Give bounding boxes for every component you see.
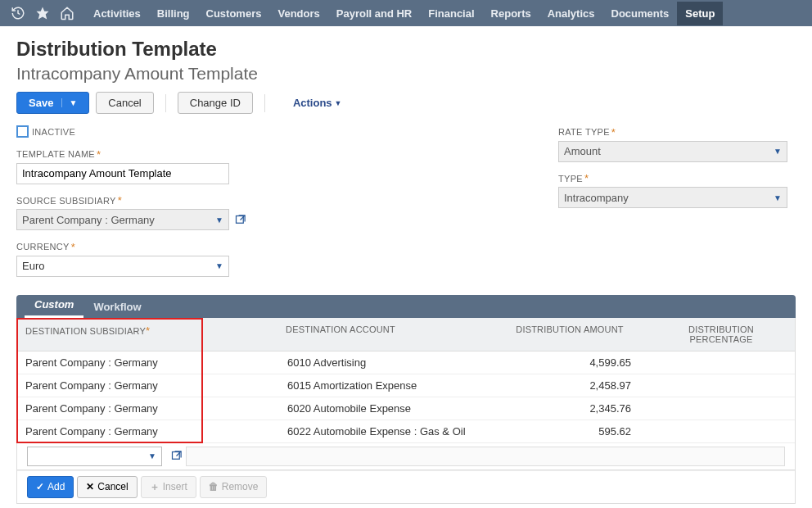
cancel-button[interactable]: Cancel	[96, 92, 153, 114]
cell-amount: 2,345.76	[500, 397, 647, 420]
actions-menu[interactable]: Actions ▼	[293, 97, 342, 109]
cell-subsidiary: Parent Company : Germany	[17, 374, 189, 397]
save-split-caret[interactable]: ▼	[61, 98, 77, 107]
nav-item-customers[interactable]: Customers	[198, 2, 270, 25]
home-icon[interactable]	[56, 2, 79, 25]
cell-account: 6020 Automobile Expense	[189, 397, 500, 420]
table-row[interactable]: Parent Company : Germany6010 Advertising…	[17, 352, 795, 374]
grid-entry-row: ▼	[17, 443, 795, 470]
cell-subsidiary: Parent Company : Germany	[17, 352, 189, 374]
plus-icon: ＋	[150, 480, 160, 494]
grid-button-bar: ✓ Add ✕ Cancel ＋ Insert 🗑 Remove	[17, 470, 795, 503]
cell-amount: 595.62	[500, 420, 647, 442]
table-row[interactable]: Parent Company : Germany6015 Amortizatio…	[17, 374, 795, 397]
popout-icon[interactable]	[170, 450, 183, 462]
cell-subsidiary: Parent Company : Germany	[17, 397, 189, 420]
page-title: Distribution Template	[16, 38, 796, 61]
popout-icon[interactable]	[234, 214, 246, 226]
entry-rest[interactable]	[186, 447, 785, 466]
currency-value: Euro	[22, 260, 44, 272]
chevron-down-icon: ▼	[774, 193, 782, 202]
tabs-bar: CustomWorkflow	[16, 295, 796, 318]
chevron-down-icon: ▼	[774, 147, 782, 156]
chevron-down-icon: ▼	[148, 451, 156, 460]
cell-amount: 2,458.97	[500, 374, 647, 397]
chevron-down-icon: ▼	[215, 215, 223, 225]
cell-percentage	[647, 420, 795, 442]
page-subtitle: Intracompany Amount Template	[16, 64, 796, 84]
grid-cancel-label: Cancel	[97, 481, 128, 492]
nav-item-vendors[interactable]: Vendors	[269, 2, 327, 25]
grid-cancel-button[interactable]: ✕ Cancel	[77, 476, 137, 498]
type-value: Intracompany	[564, 192, 629, 204]
svg-marker-0	[37, 7, 49, 20]
cell-account: 6010 Advertising	[189, 352, 500, 374]
check-icon: ✓	[36, 481, 44, 492]
col-header-amount: DISTRIBUTION AMOUNT	[500, 318, 647, 351]
grid-add-button[interactable]: ✓ Add	[27, 476, 74, 498]
actions-label: Actions	[293, 97, 332, 109]
chevron-down-icon: ▼	[215, 261, 223, 270]
cell-subsidiary: Parent Company : Germany	[17, 420, 189, 442]
type-select[interactable]: Intracompany ▼	[558, 187, 787, 208]
currency-select[interactable]: Euro ▼	[16, 256, 229, 277]
distribution-grid: DESTINATION SUBSIDIARY* DESTINATION ACCO…	[16, 318, 796, 504]
cell-account: 6015 Amortization Expense	[189, 374, 500, 397]
cell-amount: 4,599.65	[500, 352, 647, 374]
inactive-checkbox[interactable]	[16, 125, 29, 138]
col-header-percentage: DISTRIBUTION PERCENTAGE	[647, 318, 795, 351]
cell-percentage	[647, 374, 795, 397]
chevron-down-icon: ▼	[335, 99, 342, 107]
cell-percentage	[647, 397, 795, 420]
source-subsidiary-label: SOURCE SUBSIDIARY*	[16, 194, 122, 206]
change-id-button[interactable]: Change ID	[178, 92, 253, 114]
history-icon[interactable]	[7, 2, 29, 25]
svg-rect-1	[237, 215, 244, 223]
grid-remove-button: 🗑 Remove	[200, 476, 268, 498]
template-name-label: TEMPLATE NAME*	[16, 148, 101, 161]
top-button-bar: Save ▼ Cancel Change ID Actions ▼	[16, 92, 796, 114]
grid-insert-button: ＋ Insert	[141, 476, 196, 498]
entry-subsidiary-select[interactable]: ▼	[27, 447, 162, 466]
nav-item-activities[interactable]: Activities	[85, 2, 149, 25]
star-icon[interactable]	[31, 2, 54, 25]
nav-item-setup[interactable]: Setup	[677, 2, 723, 25]
grid-remove-label: Remove	[222, 481, 259, 492]
nav-item-financial[interactable]: Financial	[420, 2, 482, 25]
nav-item-analytics[interactable]: Analytics	[539, 2, 603, 25]
nav-item-reports[interactable]: Reports	[483, 2, 539, 25]
save-button-label: Save	[29, 97, 53, 109]
grid-header: DESTINATION SUBSIDIARY* DESTINATION ACCO…	[17, 318, 795, 352]
tab-custom[interactable]: Custom	[25, 294, 83, 318]
cell-account: 6022 Automobile Expense : Gas & Oil	[189, 420, 500, 442]
svg-rect-2	[173, 452, 180, 460]
cell-percentage	[647, 352, 795, 374]
inactive-label: INACTIVE	[32, 127, 75, 137]
nav-item-billing[interactable]: Billing	[149, 2, 198, 25]
x-icon: ✕	[86, 481, 94, 492]
top-nav: ActivitiesBillingCustomersVendorsPayroll…	[0, 0, 812, 26]
save-button[interactable]: Save ▼	[16, 92, 89, 114]
col-header-subsidiary: DESTINATION SUBSIDIARY*	[17, 318, 189, 351]
source-subsidiary-value: Parent Company : Germany	[22, 214, 155, 226]
currency-label: CURRENCY*	[16, 241, 75, 253]
template-name-input[interactable]	[16, 163, 229, 184]
grid-add-label: Add	[47, 481, 65, 492]
rate-type-label: RATE TYPE*	[558, 126, 616, 138]
separator	[165, 94, 166, 112]
grid-insert-label: Insert	[163, 481, 187, 492]
table-row[interactable]: Parent Company : Germany6020 Automobile …	[17, 397, 795, 420]
type-label: TYPE*	[558, 172, 589, 184]
nav-item-payroll-and-hr[interactable]: Payroll and HR	[328, 2, 420, 25]
rate-type-select[interactable]: Amount ▼	[558, 141, 787, 162]
rate-type-value: Amount	[564, 145, 601, 157]
table-row[interactable]: Parent Company : Germany6022 Automobile …	[17, 420, 795, 443]
separator	[264, 94, 265, 112]
source-subsidiary-select[interactable]: Parent Company : Germany ▼	[16, 209, 229, 230]
tab-workflow[interactable]: Workflow	[83, 297, 151, 318]
col-header-account: DESTINATION ACCOUNT	[189, 318, 500, 351]
nav-item-documents[interactable]: Documents	[603, 2, 678, 25]
trash-icon: 🗑	[209, 481, 219, 492]
